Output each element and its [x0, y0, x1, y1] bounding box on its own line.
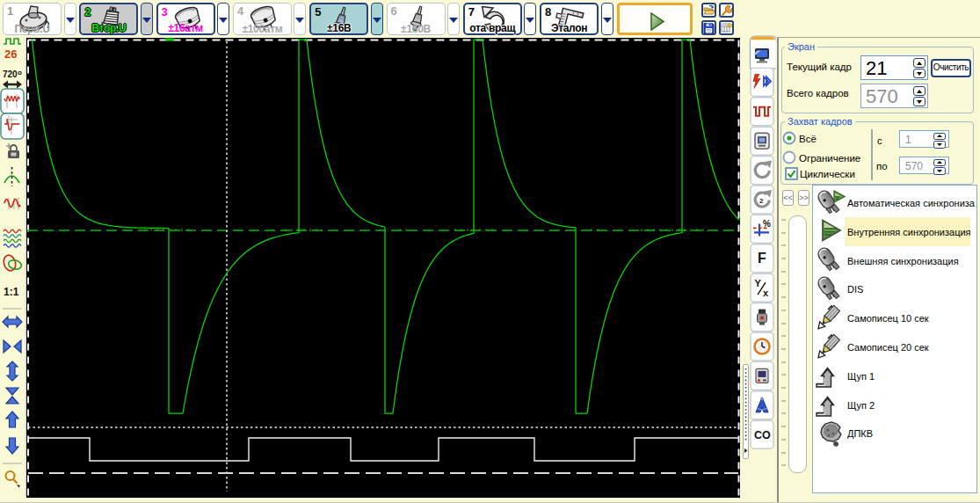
svg-text:2: 2	[759, 197, 764, 205]
svg-text:CO: CO	[754, 429, 771, 441]
svg-text:x: x	[763, 288, 769, 298]
svg-text:F: F	[758, 251, 766, 266]
svg-text:720: 720	[3, 69, 18, 79]
svg-text:Y: Y	[755, 278, 762, 288]
svg-text:26: 26	[4, 47, 17, 61]
svg-text:%: %	[763, 219, 771, 229]
svg-text:o: o	[18, 69, 22, 77]
svg-text:1:1: 1:1	[4, 286, 19, 298]
